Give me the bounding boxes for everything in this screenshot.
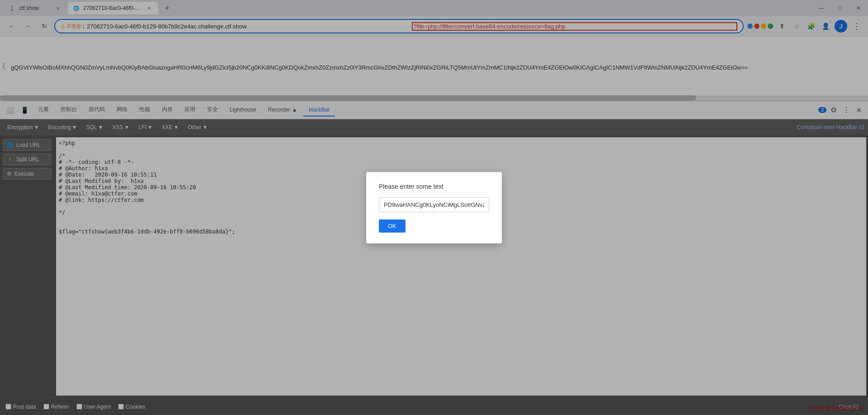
modal-title: Please enter some text <box>379 183 489 190</box>
modal-ok-button[interactable]: OK <box>379 219 406 233</box>
modal-input[interactable] <box>379 197 489 212</box>
modal-overlay: Please enter some text OK <box>0 0 868 415</box>
modal-dialog: Please enter some text OK <box>366 172 502 243</box>
